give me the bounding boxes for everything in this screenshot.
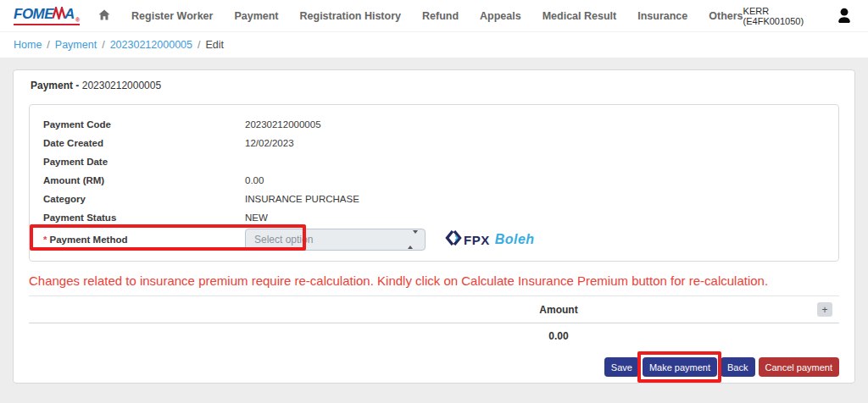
field-row-payment-code: Payment Code 20230212000005	[43, 115, 825, 134]
payment-status-label: Payment Status	[43, 213, 245, 223]
breadcrumb: Home / Payment / 20230212000005 / Edit	[14, 39, 854, 51]
nav-insurance[interactable]: Insurance	[637, 10, 687, 22]
up-down-arrows-icon	[408, 234, 418, 246]
date-created-value: 12/02/2023	[245, 138, 294, 148]
field-row-category: Category INSURANCE PURCHASE	[43, 190, 825, 208]
fomema-logo[interactable]: FOME A ®	[14, 6, 80, 25]
payment-date-label: Payment Date	[43, 157, 245, 167]
add-row-button[interactable]: +	[817, 302, 832, 317]
payment-code-value: 20230212000005	[245, 119, 321, 130]
payment-status-value: NEW	[245, 213, 268, 223]
save-button[interactable]: Save	[604, 357, 639, 377]
breadcrumb-home[interactable]: Home	[14, 39, 42, 51]
breadcrumb-payment[interactable]: Payment	[55, 39, 97, 51]
user-avatar-icon[interactable]	[834, 6, 854, 26]
nav-home[interactable]	[98, 8, 110, 24]
back-button[interactable]: Back	[721, 357, 754, 377]
category-value: INSURANCE PURCHASE	[245, 194, 359, 204]
nav-registration-history[interactable]: Registration History	[300, 10, 401, 22]
payment-method-label: *Payment Method	[43, 235, 245, 245]
field-row-date-created: Date Created 12/02/2023	[43, 134, 825, 152]
registered-trademark: ®	[75, 17, 80, 23]
fpx-tagline: Boleh	[495, 232, 535, 247]
date-created-label: Date Created	[43, 138, 245, 148]
amount-cell-value: 0.00	[548, 330, 568, 342]
action-buttons-row: Save Make payment Back Cancel payment	[29, 357, 839, 377]
breadcrumb-separator: /	[102, 39, 104, 51]
logo-text-left: FOME	[14, 6, 53, 23]
amount-value: 0.00	[245, 175, 264, 185]
user-account-label: KERR (E4FK001050)	[743, 6, 826, 26]
field-row-payment-status: Payment Status NEW	[43, 208, 825, 227]
fpx-diamond-icon	[445, 229, 462, 251]
payment-method-select[interactable]: Select option	[245, 229, 426, 251]
payment-card: Payment - 20230212000005 Payment Code 20…	[13, 69, 855, 384]
recalculation-warning-text: Changes related to insurance premium req…	[29, 273, 839, 289]
nav-appeals[interactable]: Appeals	[480, 10, 521, 22]
breadcrumb-payment-code[interactable]: 20230212000005	[110, 39, 192, 51]
nav-register-worker[interactable]: Register Worker	[131, 10, 213, 22]
home-icon	[98, 8, 110, 24]
amount-table-header-row: Amount +	[29, 296, 839, 323]
breadcrumb-bar: Home / Payment / 20230212000005 / Edit	[0, 32, 868, 58]
top-navigation-bar: FOME A ® Register Worker Payment Registr…	[0, 0, 868, 32]
required-asterisk: *	[43, 235, 47, 245]
fpx-text: FPX	[464, 233, 490, 247]
amount-label: Amount (RM)	[43, 175, 245, 185]
breadcrumb-separator: /	[47, 39, 49, 51]
nav-payment[interactable]: Payment	[234, 10, 278, 22]
page-title: Payment - 20230212000005	[14, 70, 854, 99]
heartbeat-m-icon	[53, 7, 65, 23]
select-placeholder: Select option	[254, 234, 313, 246]
main-nav: Register Worker Payment Registration His…	[98, 8, 743, 24]
breadcrumb-separator: /	[198, 39, 200, 51]
amount-column-header: Amount	[539, 304, 577, 316]
field-row-payment-method: *Payment Method Select option FPX Boleh	[43, 227, 825, 252]
page-title-prefix: Payment -	[31, 80, 79, 91]
nav-refund[interactable]: Refund	[422, 10, 459, 22]
breadcrumb-edit: Edit	[205, 39, 224, 51]
amount-table-value-row: 0.00	[29, 323, 839, 352]
make-payment-button[interactable]: Make payment	[643, 357, 717, 377]
cancel-payment-button[interactable]: Cancel payment	[759, 357, 840, 377]
logo-text-right: A	[64, 6, 75, 23]
header-user-area: KERR (E4FK001050)	[743, 6, 854, 26]
nav-others[interactable]: Others	[709, 10, 743, 22]
payment-code-label: Payment Code	[43, 119, 245, 130]
fpx-logo: FPX Boleh	[445, 229, 535, 251]
nav-medical-result[interactable]: Medical Result	[542, 10, 617, 22]
category-label: Category	[43, 194, 245, 204]
field-row-payment-date: Payment Date	[43, 152, 825, 171]
field-row-amount: Amount (RM) 0.00	[43, 171, 825, 190]
payment-details-panel: Payment Code 20230212000005 Date Created…	[29, 104, 839, 262]
page-title-code: 20230212000005	[82, 80, 161, 91]
